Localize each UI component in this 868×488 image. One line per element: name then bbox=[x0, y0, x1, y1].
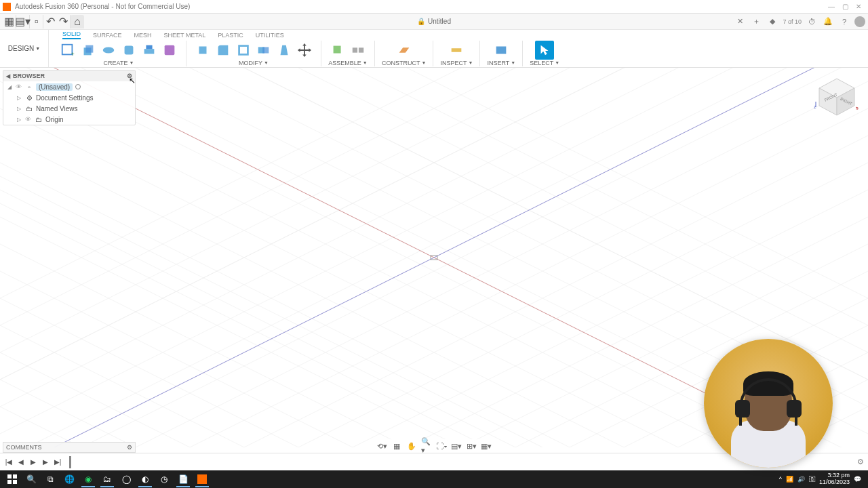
minimize-button[interactable]: ― bbox=[825, 2, 838, 12]
expand-arrow-icon[interactable]: ▷ bbox=[17, 117, 22, 123]
move-button[interactable] bbox=[295, 41, 314, 60]
timeline-play-button[interactable]: ▶ bbox=[28, 458, 38, 467]
tray-wifi-icon[interactable]: 📶 bbox=[786, 476, 793, 483]
emboss-button[interactable] bbox=[160, 41, 179, 60]
tab-utilities[interactable]: UTILITIES bbox=[256, 32, 284, 39]
group-create-label[interactable]: CREATE bbox=[104, 60, 128, 66]
system-tray[interactable]: ^ 📶 🔊 🇬 3:32 pm 11/06/2023 💬 bbox=[779, 472, 865, 486]
tab-surface[interactable]: SURFACE bbox=[93, 32, 122, 39]
timeline-back-button[interactable]: ◀ bbox=[16, 458, 26, 467]
job-status-button[interactable]: 🔔 bbox=[822, 16, 834, 28]
measure-button[interactable] bbox=[447, 41, 466, 60]
file-menu-button[interactable]: ▤▾ bbox=[16, 15, 30, 28]
tray-lang-icon[interactable]: 🇬 bbox=[809, 476, 815, 483]
comments-panel[interactable]: COMMENTS ⚙ bbox=[3, 442, 136, 453]
taskbar-app-obs[interactable]: ◐ bbox=[136, 471, 155, 487]
taskbar-app-fusion[interactable] bbox=[193, 471, 212, 487]
revolve-button[interactable] bbox=[99, 41, 118, 60]
fillet-button[interactable] bbox=[214, 41, 233, 60]
undo-button[interactable]: ↶ bbox=[43, 15, 57, 28]
extrude-button[interactable] bbox=[79, 41, 98, 60]
start-button[interactable] bbox=[3, 471, 22, 487]
new-doc-button[interactable]: ＋ bbox=[750, 16, 762, 28]
select-button[interactable] bbox=[535, 41, 554, 60]
browser-header[interactable]: ◀ BROWSER ⚙ bbox=[3, 70, 135, 81]
sweep-button[interactable] bbox=[119, 41, 138, 60]
tray-clock[interactable]: 3:32 pm 11/06/2023 bbox=[819, 472, 850, 486]
insert-button[interactable] bbox=[492, 41, 511, 60]
tray-notifications-icon[interactable]: 💬 bbox=[854, 476, 861, 483]
task-view-button[interactable]: ⧉ bbox=[41, 471, 60, 487]
data-panel-button[interactable]: ▦ bbox=[3, 15, 16, 28]
timeline-start-button[interactable]: |◀ bbox=[4, 458, 14, 467]
tray-volume-icon[interactable]: 🔊 bbox=[797, 476, 805, 483]
browser-node-named-views[interactable]: ▷ 🗀 Named Views bbox=[3, 103, 135, 114]
taskbar-app-whatsapp[interactable]: ◉ bbox=[79, 471, 98, 487]
tab-plastic[interactable]: PLASTIC bbox=[218, 32, 243, 39]
look-at-button[interactable]: ▦ bbox=[391, 441, 402, 451]
fit-button[interactable]: ⛶▾ bbox=[436, 441, 447, 451]
notifications-button[interactable]: ⏱ bbox=[806, 16, 818, 28]
visibility-icon[interactable]: 👁 bbox=[16, 83, 22, 90]
press-pull-button[interactable] bbox=[193, 41, 212, 60]
expand-arrow-icon[interactable]: ▷ bbox=[17, 106, 22, 112]
display-settings-button[interactable]: ▤▾ bbox=[451, 441, 462, 451]
browser-node-document-settings[interactable]: ▷ ⚙ Document Settings bbox=[3, 92, 135, 103]
close-button[interactable]: ✕ bbox=[852, 2, 865, 12]
timeline-forward-button[interactable]: ▶ bbox=[41, 458, 50, 467]
group-construct-label[interactable]: CONSTRUCT bbox=[382, 60, 420, 66]
save-button[interactable]: ▫ bbox=[30, 15, 43, 28]
loft-button[interactable] bbox=[140, 41, 159, 60]
collapse-icon[interactable]: ◀ bbox=[6, 73, 10, 79]
pan-button[interactable]: ✋ bbox=[406, 441, 417, 451]
browser-node-origin[interactable]: ▷ 👁 🗀 Origin bbox=[3, 114, 135, 125]
browser-settings-icon[interactable]: ⚙ bbox=[127, 73, 132, 79]
timeline-end-button[interactable]: ▶| bbox=[53, 458, 62, 467]
document-tab[interactable]: 🔒 Untitled bbox=[417, 18, 451, 25]
combine-button[interactable] bbox=[254, 41, 273, 60]
expand-arrow-icon[interactable]: ▷ bbox=[17, 95, 22, 101]
browser-panel[interactable]: ◀ BROWSER ⚙ ◢ 👁 ▫ (Unsaved) ▷ ⚙ Document… bbox=[3, 70, 136, 125]
taskbar-app-notepad[interactable]: 📄 bbox=[174, 471, 193, 487]
extensions-button[interactable]: ◆ bbox=[766, 16, 778, 28]
viewports-button[interactable]: ▦▾ bbox=[481, 441, 492, 451]
construct-plane-button[interactable] bbox=[395, 41, 414, 60]
group-inspect-label[interactable]: INSPECT bbox=[440, 60, 467, 66]
draft-button[interactable] bbox=[275, 41, 294, 60]
group-assemble-label[interactable]: ASSEMBLE bbox=[328, 60, 361, 66]
taskbar-app-edge[interactable]: 🌐 bbox=[60, 471, 79, 487]
group-modify-label[interactable]: MODIFY bbox=[239, 60, 262, 66]
zoom-button[interactable]: 🔍▾ bbox=[421, 441, 432, 451]
view-cube[interactable]: FRONT RIGHT z x bbox=[814, 75, 860, 121]
group-select-label[interactable]: SELECT bbox=[530, 60, 553, 66]
create-sketch-button[interactable]: + bbox=[58, 41, 77, 60]
maximize-button[interactable]: ▢ bbox=[838, 2, 852, 12]
user-avatar[interactable] bbox=[854, 16, 865, 27]
visibility-icon[interactable]: 👁 bbox=[25, 116, 32, 123]
expand-arrow-icon[interactable]: ◢ bbox=[7, 84, 13, 90]
help-button[interactable]: ? bbox=[838, 16, 850, 28]
search-button[interactable]: 🔍 bbox=[22, 471, 41, 487]
grid-settings-button[interactable]: ⊞▾ bbox=[466, 441, 477, 451]
browser-root-node[interactable]: ◢ 👁 ▫ (Unsaved) bbox=[3, 81, 135, 92]
workspace-selector[interactable]: DESIGN▼ bbox=[0, 30, 49, 67]
timeline-marker[interactable] bbox=[69, 456, 71, 468]
home-tab-button[interactable]: ⌂ bbox=[71, 15, 84, 28]
taskbar-app-chrome[interactable]: ◯ bbox=[117, 471, 136, 487]
tab-mesh[interactable]: MESH bbox=[134, 32, 152, 39]
taskbar-app-explorer[interactable]: 🗂 bbox=[98, 471, 117, 487]
redo-button[interactable]: ↷ bbox=[57, 15, 71, 28]
orbit-button[interactable]: ⟲▾ bbox=[376, 441, 387, 451]
tray-chevron-icon[interactable]: ^ bbox=[779, 476, 782, 483]
tab-solid[interactable]: SOLID bbox=[62, 30, 81, 39]
joint-button[interactable] bbox=[349, 41, 368, 60]
timeline-settings-button[interactable]: ⚙ bbox=[857, 458, 864, 466]
group-insert-label[interactable]: INSERT bbox=[487, 60, 509, 66]
taskbar-app-clock[interactable]: ◷ bbox=[155, 471, 174, 487]
shell-button[interactable] bbox=[234, 41, 253, 60]
comments-settings-icon[interactable]: ⚙ bbox=[127, 444, 132, 451]
activate-radio[interactable] bbox=[75, 84, 81, 89]
close-doc-button[interactable]: ✕ bbox=[734, 16, 746, 28]
tab-sheet-metal[interactable]: SHEET METAL bbox=[164, 32, 206, 39]
new-component-button[interactable] bbox=[328, 41, 347, 60]
